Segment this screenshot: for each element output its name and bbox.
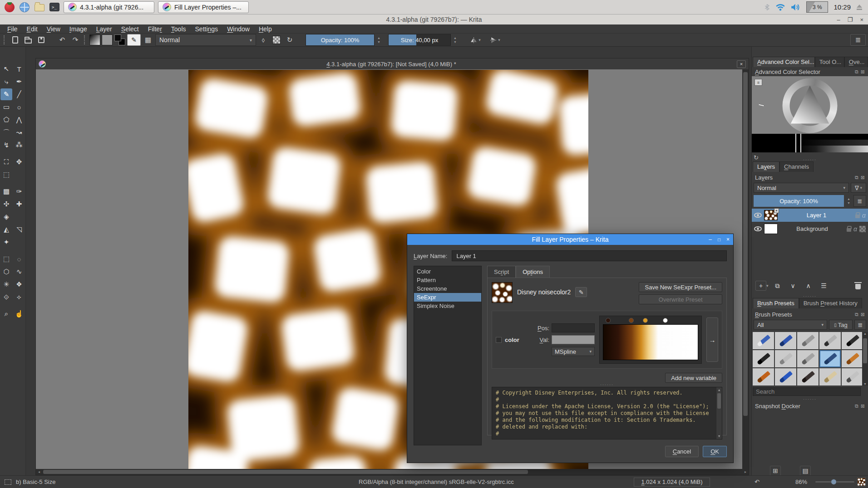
val-input[interactable] (552, 335, 595, 344)
menu-help[interactable]: Help (254, 24, 276, 34)
menu-settings[interactable]: Settings (191, 24, 223, 34)
generator-type-color[interactable]: Color (414, 267, 481, 276)
tab-overview[interactable]: Ove... (844, 57, 868, 67)
close-docker-icon[interactable]: ⊠ (861, 175, 865, 181)
edit-shapes-tool-icon[interactable]: ⤷ (0, 76, 12, 88)
save-new-preset-button[interactable]: Save New SeExpr Preset... (639, 282, 722, 292)
horizontal-scrollbar[interactable]: ◂ ▸ (36, 469, 749, 475)
brush-preset-eraser-small[interactable] (753, 332, 774, 349)
gradient-editor[interactable] (599, 316, 702, 364)
tab-brush-preset-history[interactable]: Brush Preset History (799, 298, 862, 308)
brush-preset-brush-orange[interactable] (842, 350, 863, 367)
wifi-icon[interactable] (775, 4, 785, 11)
brush-editor-button[interactable]: ✎ (127, 34, 141, 46)
brush-preset-airbrush-soft[interactable] (797, 332, 819, 349)
menu-window[interactable]: Window (222, 24, 254, 34)
menu-edit[interactable]: Edit (22, 24, 42, 34)
float-docker-icon[interactable]: ⧉ (855, 69, 858, 75)
opacity-slider[interactable]: Opacity: 100% (306, 34, 375, 46)
pan-tool-icon[interactable]: ☝ (13, 308, 25, 320)
layer-visibility-icon[interactable] (754, 213, 762, 218)
gradient-preview[interactable] (603, 324, 698, 360)
close-docker-icon[interactable]: ⊠ (861, 312, 865, 317)
layer-filter-button[interactable]: ∇ ▾ (851, 183, 866, 193)
overwrite-preset-button[interactable]: Overwrite Preset (639, 294, 722, 304)
layer-row-background[interactable]: ⌁ Background α (752, 222, 868, 235)
acs-settings-icon[interactable]: ≡ (755, 79, 762, 86)
assistants-tool-icon[interactable]: ◭ (0, 224, 12, 235)
size-slider[interactable]: Size: 40,00 px (388, 34, 451, 46)
fill-tool-icon[interactable]: ◈ (0, 211, 12, 223)
layer-row-layer1[interactable]: ✦ Layer 1 α (752, 209, 868, 222)
rect-select-tool-icon[interactable]: ⬚ (0, 253, 12, 265)
menu-file[interactable]: File (3, 24, 22, 34)
tab-advanced-color-selector[interactable]: Advanced Color Sel... (753, 57, 815, 67)
dynamic-brush-tool-icon[interactable]: ↯ (0, 139, 12, 151)
palette-list-button[interactable]: ▤ (800, 466, 811, 476)
layer-thumbnail[interactable]: ⌁ (764, 224, 778, 234)
script-scrollbar[interactable]: ▲ ▼ (716, 387, 722, 439)
generator-type-simplex-noise[interactable]: Simplex Noise (414, 302, 481, 310)
add-layer-button[interactable]: + (755, 281, 766, 291)
layer-opacity-spinner[interactable]: ▲▼ (846, 195, 852, 207)
eject-icon[interactable] (856, 5, 863, 10)
layer-thumbnail[interactable]: ✦ (764, 210, 778, 220)
zoom-slider-thumb[interactable] (831, 479, 837, 485)
alpha-channel-icon[interactable] (859, 226, 866, 232)
tab-tool-options[interactable]: Tool O... (815, 57, 844, 67)
move-layer-up-button[interactable]: ∧ (802, 280, 815, 292)
layer-view-mode-button[interactable]: ≣ (853, 195, 866, 207)
menu-layer[interactable]: Layer (92, 24, 117, 34)
opacity-spinner[interactable]: ▲▼ (376, 34, 382, 46)
cancel-button[interactable]: Cancel (665, 446, 699, 457)
generator-type-seexpr[interactable]: SeExpr (414, 293, 481, 302)
splitter-handle[interactable]: ······ (752, 158, 868, 161)
tag-button[interactable]: ▯Tag (829, 320, 853, 330)
freehand-brush-tool-icon[interactable]: ✎ (0, 88, 12, 100)
color-sampler-tool-icon[interactable]: ✑ (13, 185, 25, 197)
similar-color-select-tool-icon[interactable]: ✳ (0, 278, 12, 290)
scrollbar-thumb[interactable] (743, 72, 748, 416)
zoom-tool-icon[interactable]: ⌕ (0, 308, 12, 320)
eraser-mode-button[interactable]: ⬨ (257, 34, 269, 46)
preserve-alpha-button[interactable] (271, 34, 282, 46)
brush-preset-marker-blue[interactable] (775, 332, 796, 349)
color-history-strips[interactable] (752, 134, 868, 152)
gradient-stop-2[interactable] (643, 318, 648, 323)
rectangle-tool-icon[interactable]: ▭ (0, 101, 12, 113)
freehand-path-tool-icon[interactable]: ↝ (13, 127, 25, 138)
splitter-handle[interactable]: ······ (752, 295, 868, 298)
minimize-icon[interactable]: – (837, 16, 840, 23)
brush-display-mode-button[interactable]: ≣ (854, 320, 866, 330)
brush-preset-pencil-gray[interactable] (797, 350, 819, 367)
menu-view[interactable]: View (42, 24, 65, 34)
close-docker-icon[interactable]: ⊠ (861, 403, 865, 409)
taskbar-window-krita-main[interactable]: 4.3.1-alpha (git 7926... (64, 1, 154, 13)
gradient-swatch[interactable] (89, 34, 100, 45)
color-selector-area[interactable]: ≡ (752, 76, 868, 134)
document-size-status[interactable]: 1.024 x 1.024 (4,0 MiB) (634, 478, 710, 487)
gradient-tool-icon[interactable]: ▩ (0, 185, 12, 197)
overview-map-button[interactable] (857, 478, 866, 486)
float-docker-icon[interactable]: ⧉ (855, 175, 858, 181)
splitter-handle[interactable]: ······ (492, 383, 722, 386)
mirror-horizontal-button[interactable]: ▾ (466, 34, 484, 46)
polygon-select-tool-icon[interactable]: ⬡ (0, 266, 12, 278)
brush-tag-filter-select[interactable]: All ▾ (754, 320, 827, 330)
script-editor[interactable]: # Copyright Disney Enterprises, Inc. All… (492, 387, 722, 439)
taskbar-window-fill-layer[interactable]: Fill Layer Properties –... (158, 1, 249, 13)
transform-tool-icon[interactable]: ⛶ (0, 156, 12, 168)
dialog-titlebar[interactable]: Fill Layer Properties – Krita – □ × (407, 234, 733, 245)
pos-input[interactable] (552, 323, 595, 332)
close-icon[interactable]: × (726, 236, 730, 243)
expand-variable-button[interactable]: → (706, 317, 718, 362)
zoom-slider[interactable] (815, 481, 854, 483)
scroll-left-icon[interactable]: ◂ (36, 469, 42, 475)
zoom-reset-icon[interactable]: ↶ (755, 478, 760, 485)
undo-button[interactable]: ↶ (56, 34, 68, 46)
brush-preset-airbrush-linear[interactable] (819, 332, 841, 349)
reload-preset-button[interactable]: ↻ (284, 34, 296, 46)
polyline-tool-icon[interactable]: ⋀ (13, 114, 25, 126)
polygon-tool-icon[interactable]: ⬠ (0, 114, 12, 126)
save-button[interactable] (35, 34, 47, 46)
